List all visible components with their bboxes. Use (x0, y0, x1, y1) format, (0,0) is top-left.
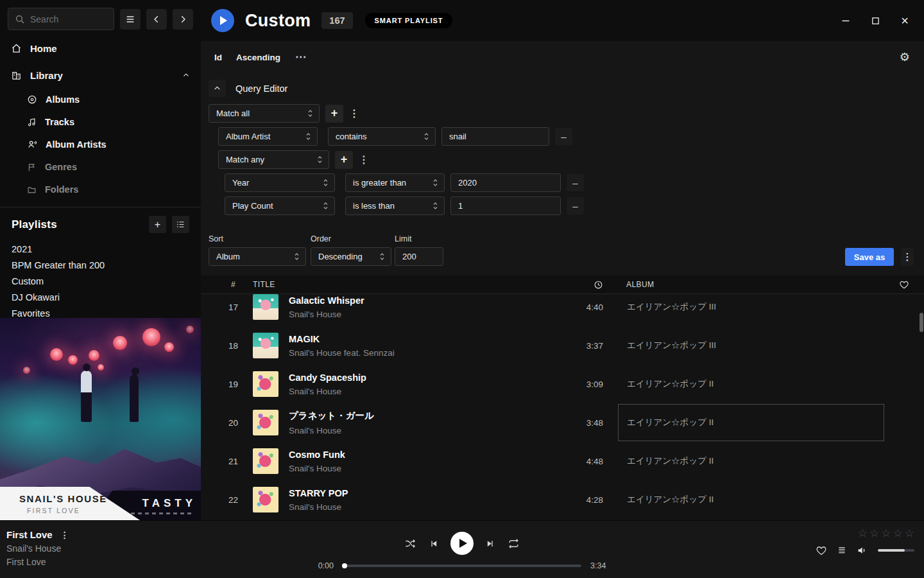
heart-icon (816, 545, 827, 556)
limit-input[interactable] (395, 252, 443, 261)
gear-icon[interactable]: ⚙ (900, 50, 910, 64)
collapse-query-button[interactable] (209, 80, 226, 97)
favorite-button[interactable] (816, 545, 827, 556)
next-button[interactable] (486, 539, 495, 548)
track-album[interactable]: エイリアン☆ポップ III (618, 294, 884, 326)
forward-button[interactable] (173, 9, 193, 30)
rule-field-select[interactable]: Year (225, 173, 335, 192)
seek-knob[interactable] (342, 563, 347, 568)
sidebar-item-albums[interactable]: Albums (0, 91, 201, 109)
track-album[interactable]: エイリアン☆ポップ II (618, 365, 884, 403)
column-duration[interactable] (557, 280, 604, 290)
group-options-button[interactable]: ⋮ (359, 151, 369, 169)
now-playing-artwork[interactable]: TASTY SNAIL'S HOUSE FIRST LOVE (0, 318, 201, 520)
playlists-section: Playlists + 2021 BPM Greater than 200 Cu… (0, 207, 201, 321)
star-icon[interactable]: ☆ (905, 528, 914, 539)
sidebar-item-genres[interactable]: Genres (0, 158, 201, 176)
sidebar-item-folders[interactable]: Folders (0, 180, 201, 198)
column-album[interactable]: ALBUM (604, 280, 884, 289)
seek-bar[interactable] (343, 565, 581, 567)
rule-operator-select[interactable]: is greater than (345, 173, 445, 192)
lantern-glow (50, 348, 63, 361)
track-album[interactable]: エイリアン☆ポップ III (618, 327, 884, 364)
order-label: Order (311, 234, 391, 243)
menu-button[interactable] (120, 9, 141, 30)
lantern-glow (186, 326, 194, 333)
maximize-button[interactable] (870, 15, 880, 26)
track-album-focused[interactable]: エイリアン☆ポップ II (618, 404, 884, 441)
sort-select[interactable]: Album (209, 247, 306, 266)
match-all-select[interactable]: Match all (209, 104, 320, 123)
rule-operator-select[interactable]: contains (328, 127, 436, 146)
track-artist: Snail's House (289, 387, 557, 396)
sidebar-item-tracks[interactable]: Tracks (0, 113, 201, 131)
add-rule-button[interactable]: + (335, 151, 353, 169)
table-row[interactable]: 22 STARRY POP Snail's House 4:28 エイリアン☆ポ… (201, 480, 924, 519)
play-playlist-button[interactable] (211, 9, 234, 32)
sort-label: Sort (209, 234, 306, 243)
table-row[interactable]: 19 Candy Spaceship Snail's House 3:09 エイ… (201, 365, 924, 403)
playlist-item-2021[interactable]: 2021 (12, 241, 189, 257)
minus-icon: – (561, 131, 566, 142)
add-playlist-button[interactable]: + (149, 216, 166, 233)
table-row[interactable]: 20 プラネット・ガール Snail's House 3:48 エイリアン☆ポッ… (201, 403, 924, 442)
star-icon[interactable]: ☆ (881, 528, 891, 539)
search-field[interactable] (30, 14, 107, 24)
table-row[interactable]: 21 Cosmo Funk Snail's House 4:48 エイリアン☆ポ… (201, 442, 924, 480)
sidebar-item-album-artists[interactable]: Album Artists (0, 136, 201, 153)
play-icon (220, 16, 227, 25)
dots-vertical-icon: ⋮ (359, 153, 369, 166)
column-favorite[interactable] (884, 279, 924, 290)
save-options-button[interactable]: ⋮ (901, 248, 914, 266)
remove-rule-button[interactable]: – (567, 197, 584, 215)
group-options-button[interactable]: ⋮ (349, 105, 359, 123)
sort-field-button[interactable]: Id (214, 53, 222, 62)
repeat-button[interactable] (508, 538, 520, 550)
collapse-library-icon[interactable] (182, 71, 190, 79)
column-title[interactable]: TITLE (253, 280, 557, 289)
track-duration: 4:48 (557, 457, 604, 466)
playlist-item-dj-okawari[interactable]: DJ Okawari (12, 289, 189, 305)
table-row[interactable]: 18 MAGIK Snail's House feat. Sennzai 3:3… (201, 326, 924, 365)
rule-operator-select[interactable]: is less than (345, 197, 445, 215)
match-any-select[interactable]: Match any (218, 150, 329, 169)
playlist-item-custom[interactable]: Custom (12, 273, 189, 289)
volume-button[interactable] (857, 545, 868, 556)
sort-order-button[interactable]: Ascending (236, 53, 280, 62)
search-input[interactable] (8, 8, 114, 30)
star-icon[interactable]: ☆ (869, 528, 879, 539)
save-as-button[interactable]: Save as (845, 248, 894, 266)
table-body: 17 Galactic Whisper Snail's House 4:40 エ… (201, 294, 924, 520)
previous-button[interactable] (429, 539, 438, 548)
back-button[interactable] (146, 9, 167, 30)
track-album[interactable]: エイリアン☆ポップ II (618, 481, 884, 518)
sidebar-item-library[interactable]: Library (0, 66, 201, 84)
updown-icon (317, 155, 323, 164)
star-icon[interactable]: ☆ (893, 528, 903, 539)
column-number[interactable]: # (201, 280, 253, 289)
queue-button[interactable] (837, 545, 847, 556)
close-button[interactable]: × (900, 15, 910, 26)
remove-rule-button[interactable]: – (567, 174, 584, 191)
playlist-item-bpm[interactable]: BPM Greater than 200 (12, 257, 189, 273)
library-section: Albums Tracks Album Artists (0, 91, 201, 198)
rule-value-input[interactable] (451, 178, 560, 188)
rule-value-input[interactable] (442, 132, 549, 141)
scrollbar-thumb[interactable] (920, 313, 923, 332)
rating-stars[interactable]: ☆ ☆ ☆ ☆ ☆ (858, 528, 914, 539)
star-icon[interactable]: ☆ (858, 528, 868, 539)
rule-field-select[interactable]: Album Artist (218, 127, 318, 146)
play-pause-button[interactable] (450, 532, 474, 555)
minimize-button[interactable] (841, 15, 851, 26)
shuffle-button[interactable] (404, 538, 416, 550)
track-album[interactable]: エイリアン☆ポップ II (618, 442, 884, 480)
table-row[interactable]: 17 Galactic Whisper Snail's House 4:40 エ… (201, 294, 924, 326)
remove-rule-button[interactable]: – (555, 128, 572, 145)
volume-slider[interactable] (878, 549, 914, 552)
rule-field-select[interactable]: Play Count (225, 197, 335, 215)
order-select[interactable]: Descending (311, 247, 391, 266)
manage-playlists-button[interactable] (172, 216, 189, 233)
rule-value-input[interactable] (451, 201, 560, 211)
sidebar-item-home[interactable]: Home (0, 39, 201, 57)
add-rule-button[interactable]: + (325, 105, 343, 123)
